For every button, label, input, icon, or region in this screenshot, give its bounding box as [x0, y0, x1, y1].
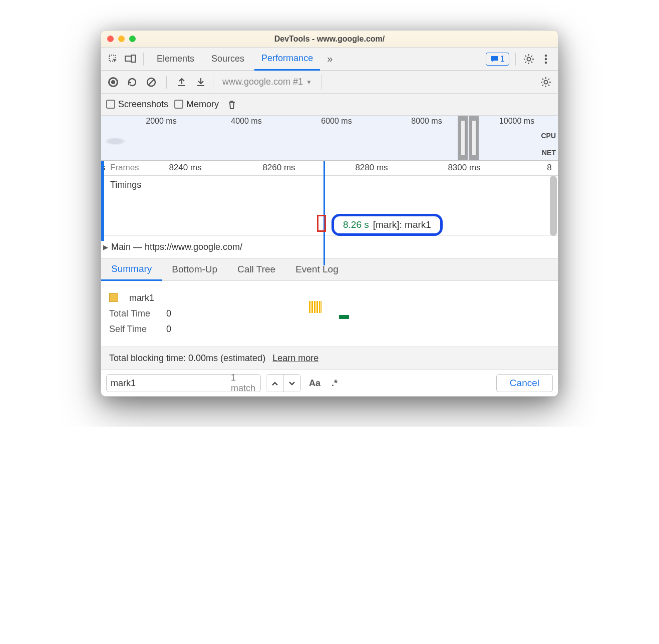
cancel-button[interactable]: Cancel	[496, 374, 553, 392]
kebab-menu-icon[interactable]	[539, 52, 553, 66]
timeline-overview[interactable]: 2000 ms 4000 ms 6000 ms 8000 ms 10000 ms…	[101, 116, 558, 161]
event-tooltip: 8.26 s [mark]: mark1	[332, 214, 443, 236]
inspect-element-icon[interactable]	[106, 52, 120, 66]
main-thread-label: Main — https://www.google.com/	[111, 242, 242, 252]
search-match-count: 1 match	[231, 373, 256, 394]
total-time-value: 0	[166, 308, 171, 319]
regex-toggle[interactable]: .*	[328, 378, 341, 389]
window-title: DevTools - www.google.com/	[101, 35, 558, 44]
capture-options: Screenshots Memory	[101, 94, 558, 116]
tab-elements[interactable]: Elements	[150, 48, 201, 71]
messages-count: 1	[500, 55, 505, 64]
cpu-label: CPU	[541, 132, 556, 140]
task-stripes	[309, 301, 322, 313]
svg-point-3	[527, 57, 531, 61]
svg-point-9	[544, 80, 548, 84]
total-blocking-time: Total blocking time: 0.00ms (estimated) …	[101, 347, 558, 370]
tbt-text: Total blocking time: 0.00ms (estimated)	[109, 353, 265, 364]
cpu-activity	[104, 137, 126, 145]
memory-checkbox[interactable]: Memory	[174, 99, 219, 110]
svg-point-5	[545, 58, 547, 60]
recording-label: www.google.com #1	[222, 77, 303, 87]
net-label: NET	[542, 149, 556, 157]
search-nav	[266, 374, 301, 392]
tab-event-log[interactable]: Event Log	[285, 258, 349, 280]
timings-label: Timings	[110, 180, 141, 190]
capture-settings-gear-icon[interactable]	[539, 75, 553, 89]
search-prev-button[interactable]	[266, 375, 283, 392]
expand-triangle-icon[interactable]: ▶	[103, 243, 108, 251]
search-input[interactable]	[111, 378, 227, 389]
details-tabs: Summary Bottom-Up Call Tree Event Log	[101, 258, 558, 281]
main-thread-row[interactable]: ▶ Main — https://www.google.com/	[101, 236, 558, 258]
learn-more-link[interactable]: Learn more	[272, 353, 318, 364]
recording-selector[interactable]: www.google.com #1 ▼	[213, 75, 321, 90]
performance-toolbar: www.google.com #1 ▼	[101, 71, 558, 94]
match-case-toggle[interactable]: Aa	[306, 378, 323, 389]
settings-gear-icon[interactable]	[522, 52, 536, 66]
divider	[515, 53, 516, 66]
upload-icon[interactable]	[175, 75, 189, 89]
search-next-button[interactable]	[283, 375, 300, 392]
svg-line-8	[148, 79, 154, 85]
devtools-window: DevTools - www.google.com/ Elements Sour…	[101, 30, 558, 397]
svg-point-4	[545, 54, 547, 57]
event-name: mark1	[129, 293, 154, 303]
titlebar: DevTools - www.google.com/	[101, 31, 558, 48]
highlighted-event[interactable]	[317, 215, 326, 232]
divider	[166, 76, 167, 89]
tooltip-text: [mark]: mark1	[373, 219, 431, 230]
self-time-value: 0	[166, 324, 171, 335]
download-icon[interactable]	[194, 75, 208, 89]
overview-ticks: 2000 ms 4000 ms 6000 ms 8000 ms 10000 ms	[101, 116, 558, 127]
search-bar: 1 match Aa .* Cancel	[101, 370, 558, 396]
garbage-collect-icon[interactable]	[225, 98, 239, 112]
self-time-label: Self Time	[109, 324, 159, 335]
tooltip-time: 8.26 s	[343, 219, 369, 230]
divider	[143, 53, 144, 66]
record-icon[interactable]	[106, 75, 120, 89]
overview-range-right-handle[interactable]	[469, 116, 479, 160]
clear-icon[interactable]	[144, 75, 158, 89]
dropdown-triangle-icon: ▼	[306, 79, 312, 86]
main-tab-strip: Elements Sources Performance » 1	[101, 48, 558, 71]
frames-label: Frames	[110, 163, 139, 173]
svg-rect-2	[131, 55, 135, 62]
search-input-wrap: 1 match	[106, 374, 261, 392]
tab-performance[interactable]: Performance	[254, 48, 320, 71]
more-tabs-icon[interactable]: »	[327, 53, 333, 65]
selection-bar	[101, 161, 104, 241]
summary-panel: mark1 Total Time0 Self Time0	[101, 281, 558, 347]
screenshots-checkbox[interactable]: Screenshots	[106, 99, 168, 110]
mark-indicator	[339, 315, 349, 319]
tab-bottom-up[interactable]: Bottom-Up	[162, 258, 227, 280]
reload-icon[interactable]	[125, 75, 139, 89]
scrollbar-thumb[interactable]	[550, 176, 557, 236]
timings-track[interactable]: Timings	[101, 176, 558, 236]
total-time-label: Total Time	[109, 308, 159, 319]
console-messages-badge[interactable]: 1	[486, 53, 509, 66]
svg-point-6	[545, 61, 547, 64]
device-toolbar-icon[interactable]	[123, 52, 137, 66]
flame-chart[interactable]: ns Frames 8240 ms 8260 ms 8280 ms 8300 m…	[101, 161, 558, 258]
tab-summary[interactable]: Summary	[101, 258, 162, 281]
tab-sources[interactable]: Sources	[204, 48, 251, 71]
overview-range-left-handle[interactable]	[458, 116, 468, 160]
event-color-swatch	[109, 293, 118, 302]
tab-call-tree[interactable]: Call Tree	[227, 258, 285, 280]
detail-ruler: ns Frames 8240 ms 8260 ms 8280 ms 8300 m…	[101, 161, 558, 176]
